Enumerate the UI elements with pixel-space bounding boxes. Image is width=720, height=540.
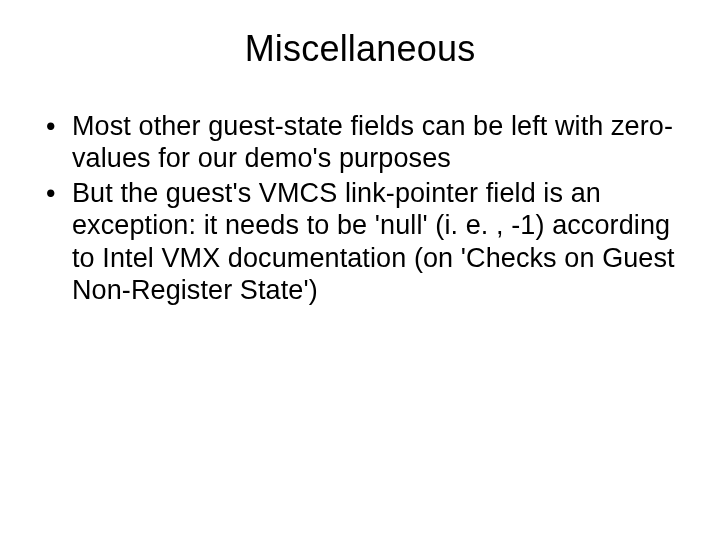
slide: Miscellaneous Most other guest-state fie… (0, 0, 720, 540)
list-item: But the guest's VMCS link-pointer field … (44, 177, 680, 307)
bullet-text: But the guest's VMCS link-pointer field … (72, 178, 675, 305)
list-item: Most other guest-state fields can be lef… (44, 110, 680, 175)
bullet-list: Most other guest-state fields can be lef… (40, 110, 680, 306)
slide-title: Miscellaneous (40, 28, 680, 70)
bullet-text: Most other guest-state fields can be lef… (72, 111, 673, 173)
